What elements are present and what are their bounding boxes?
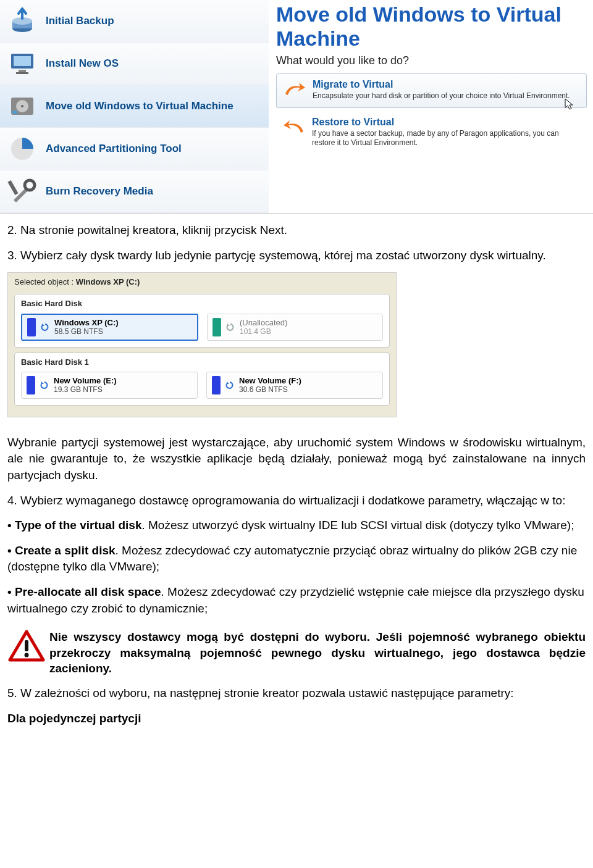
svg-rect-10: [12, 111, 17, 114]
partition-color-swatch: [27, 318, 36, 336]
warning-block: Nie wszyscy dostawcy mogą być dostępni d…: [7, 629, 586, 677]
sidebar-item-move-windows[interactable]: Move old Windows to Virtual Machine: [0, 85, 269, 128]
step-5: 5. W zależności od wyboru, na następnej …: [7, 685, 586, 702]
warning-text: Nie wszyscy dostawcy mogą być dostępni d…: [49, 629, 586, 677]
backup-icon: [7, 6, 37, 36]
partition-details: 101.4 GB: [240, 327, 287, 336]
option-desc: Encapsulate your hard disk or partition …: [313, 91, 570, 101]
heading-single-partition: Dla pojedynczej partycji: [7, 711, 586, 727]
partition-color-swatch: [27, 376, 35, 394]
page-subtitle: What would you like to do?: [276, 54, 587, 67]
selected-object-value: Windows XP (C:): [76, 277, 140, 286]
cursor-icon: [564, 98, 575, 111]
step-4: 4. Wybierz wymaganego dostawcę oprogramo…: [7, 493, 586, 509]
sidebar-item-partitioning[interactable]: Advanced Partitioning Tool: [0, 128, 269, 170]
step-2: 2. Na stronie powitalnej kreatora, klikn…: [7, 222, 586, 239]
bullet-split-disk: • Create a split disk. Możesz zdecydować…: [7, 543, 586, 575]
paragraph-system-partition: Wybranie partycji systemowej jest wystar…: [7, 435, 586, 484]
warning-icon: [7, 629, 46, 664]
refresh-icon: [40, 381, 49, 390]
partition-details: 30.6 GB NTFS: [239, 385, 301, 394]
pie-icon: [7, 134, 37, 164]
disk-group-0: Basic Hard Disk Windows XP (C:) 58.5 GB …: [14, 294, 390, 347]
tools-icon: [7, 177, 37, 206]
partition-name: New Volume (F:): [239, 376, 301, 386]
svg-rect-4: [14, 56, 31, 66]
bullet-preallocate: • Pre-allocate all disk space. Możesz zd…: [7, 584, 586, 617]
disk-selection-screenshot: Selected object : Windows XP (C:) Basic …: [7, 272, 397, 417]
partition-details: 58.5 GB NTFS: [54, 327, 119, 336]
page-title: Move old Windows to Virtual Machine: [276, 2, 587, 51]
partition-details: 19.3 GB NTFS: [54, 385, 117, 394]
selected-object-row: Selected object : Windows XP (C:): [8, 273, 396, 291]
option-title: Restore to Virtual: [312, 117, 581, 128]
disk-group-title: Basic Hard Disk: [21, 298, 383, 309]
right-pane: Move old Windows to Virtual Machine What…: [269, 0, 593, 213]
option-title: Migrate to Virtual: [313, 79, 570, 90]
partition-name: New Volume (E:): [54, 376, 117, 386]
disk-group-1: Basic Hard Disk 1 New Volume (E:) 19.3 G…: [14, 353, 390, 406]
sidebar-item-label: Advanced Partitioning Tool: [46, 142, 182, 155]
partition-name: (Unallocated): [240, 318, 287, 328]
refresh-icon: [41, 323, 49, 332]
svg-rect-14: [25, 640, 28, 651]
svg-rect-13: [7, 180, 18, 195]
sidebar-item-label: Install New OS: [46, 57, 119, 70]
sidebar-item-install-os[interactable]: Install New OS: [0, 43, 269, 85]
option-desc: If you have a sector backup, made by any…: [312, 129, 581, 148]
svg-rect-6: [16, 72, 28, 74]
svg-point-15: [25, 653, 29, 657]
sidebar: Initial Backup Install New OS Move old W…: [0, 0, 269, 213]
document-body: 2. Na stronie powitalnej kreatora, klikn…: [0, 222, 593, 754]
partition-color-swatch: [212, 318, 221, 336]
disk-group-title: Basic Hard Disk 1: [21, 357, 383, 368]
option-migrate[interactable]: Migrate to Virtual Encapsulate your hard…: [276, 73, 587, 108]
selected-object-label: Selected object :: [14, 277, 74, 286]
svg-point-9: [21, 105, 23, 107]
partition-volume-f[interactable]: New Volume (F:) 30.6 GB NTFS: [206, 372, 383, 399]
option-restore[interactable]: Restore to Virtual If you have a sector …: [276, 112, 587, 152]
partition-color-swatch: [212, 376, 221, 394]
sidebar-item-label: Burn Recovery Media: [46, 185, 153, 198]
partition-volume-e[interactable]: New Volume (E:) 19.3 GB NTFS: [21, 372, 198, 399]
arrow-left-icon: [282, 117, 306, 140]
partition-windows-xp[interactable]: Windows XP (C:) 58.5 GB NTFS: [21, 314, 198, 341]
monitor-icon: [7, 49, 37, 78]
app-screenshot: Initial Backup Install New OS Move old W…: [0, 0, 593, 214]
sidebar-item-initial-backup[interactable]: Initial Backup: [0, 0, 269, 43]
arrow-right-icon: [283, 79, 306, 102]
partition-name: Windows XP (C:): [54, 318, 119, 328]
refresh-icon: [225, 381, 234, 390]
bullet-type-disk: • Type of the virtual disk. Możesz utwor…: [7, 517, 586, 534]
sidebar-item-label: Initial Backup: [46, 14, 114, 27]
svg-rect-5: [19, 70, 26, 72]
refresh-icon: [226, 323, 235, 332]
sidebar-item-label: Move old Windows to Virtual Machine: [46, 99, 233, 112]
hdd-icon: [7, 91, 37, 121]
svg-point-12: [25, 180, 35, 190]
step-3: 3. Wybierz cały dysk twardy lub jedynie …: [7, 248, 586, 264]
partition-unallocated[interactable]: (Unallocated) 101.4 GB: [207, 314, 383, 341]
sidebar-item-burn-media[interactable]: Burn Recovery Media: [0, 170, 269, 213]
